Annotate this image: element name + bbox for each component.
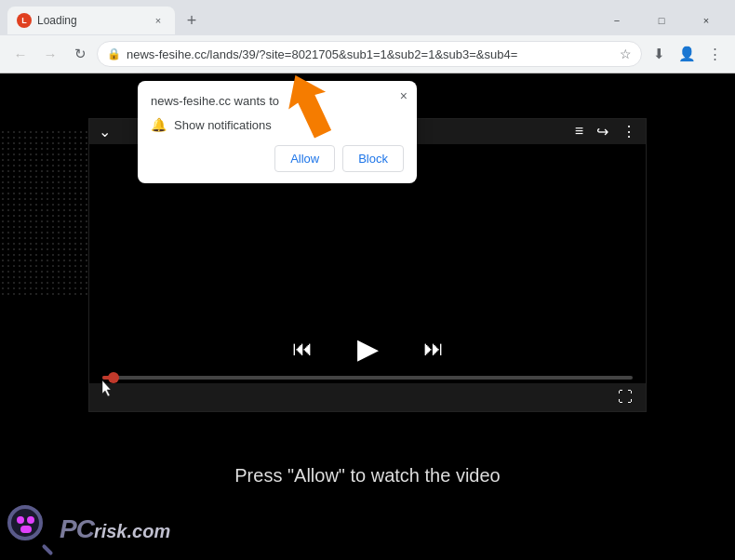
share-icon[interactable]: ↪ xyxy=(596,123,608,140)
allow-button[interactable]: Allow xyxy=(274,145,335,172)
pcrisk-text: PC risk.com xyxy=(60,514,170,544)
press-allow-text: Press "Allow" to watch the video xyxy=(0,465,735,487)
popup-buttons: Allow Block xyxy=(151,145,404,172)
page-content: × news-fesihe.cc wants to 🔔 Show notific… xyxy=(0,73,735,560)
bottom-controls: ⛶ xyxy=(89,383,646,411)
queue-icon[interactable]: ≡ xyxy=(575,123,583,140)
next-button[interactable]: ⏭ xyxy=(423,337,444,361)
tab-close-button[interactable]: × xyxy=(151,13,166,28)
tab-favicon: L xyxy=(17,13,32,28)
fullscreen-button[interactable]: ⛶ xyxy=(618,389,633,406)
minimize-button[interactable]: − xyxy=(595,7,638,34)
block-button[interactable]: Block xyxy=(342,145,404,172)
bell-icon: 🔔 xyxy=(151,117,167,132)
popup-notification-row: 🔔 Show notifications xyxy=(151,117,404,132)
bookmark-icon[interactable]: ☆ xyxy=(620,47,632,61)
url-text: news-fesihe.cc/lands/39/?site=8021705&su… xyxy=(127,47,614,61)
progress-bar[interactable] xyxy=(102,376,633,380)
tab-title: Loading xyxy=(37,14,145,27)
download-icon[interactable]: ⬇ xyxy=(646,41,672,67)
svg-marker-1 xyxy=(288,75,341,140)
pcrisk-logo: PC risk.com xyxy=(7,505,170,553)
play-button[interactable]: ▶ xyxy=(357,332,379,365)
tab-bar: L Loading × + − □ × xyxy=(0,0,735,35)
chevron-down-icon[interactable]: ⌄ xyxy=(99,123,111,140)
browser-tab[interactable]: L Loading × xyxy=(7,7,175,34)
back-button[interactable]: ← xyxy=(7,41,33,67)
new-tab-button[interactable]: + xyxy=(179,7,205,33)
pcrisk-icon xyxy=(7,505,56,553)
profile-icon[interactable]: 👤 xyxy=(674,41,700,67)
notification-popup: × news-fesihe.cc wants to 🔔 Show notific… xyxy=(138,81,417,183)
address-bar: ← → ↻ 🔒 news-fesihe.cc/lands/39/?site=80… xyxy=(0,35,735,73)
popup-close-button[interactable]: × xyxy=(400,88,408,103)
maximize-button[interactable]: □ xyxy=(640,7,683,34)
progress-dot xyxy=(108,372,119,383)
prev-button[interactable]: ⏮ xyxy=(292,337,313,361)
close-button[interactable]: × xyxy=(685,7,728,34)
toolbar-icons: ⬇ 👤 ⋮ xyxy=(646,41,728,67)
forward-button[interactable]: → xyxy=(37,41,63,67)
browser-chrome: L Loading × + − □ × ← → ↻ 🔒 news-fesihe.… xyxy=(0,0,735,73)
menu-icon[interactable]: ⋮ xyxy=(702,41,728,67)
window-controls: − □ × xyxy=(595,7,728,34)
center-controls: ⏮ ▶ ⏭ xyxy=(89,321,646,376)
omnibox[interactable]: 🔒 news-fesihe.cc/lands/39/?site=8021705&… xyxy=(97,41,642,67)
popup-notification-text: Show notifications xyxy=(174,118,272,132)
lock-icon: 🔒 xyxy=(107,47,121,60)
reload-button[interactable]: ↻ xyxy=(67,41,93,67)
more-options-icon[interactable]: ⋮ xyxy=(621,123,636,140)
popup-title: news-fesihe.cc wants to xyxy=(151,94,404,108)
